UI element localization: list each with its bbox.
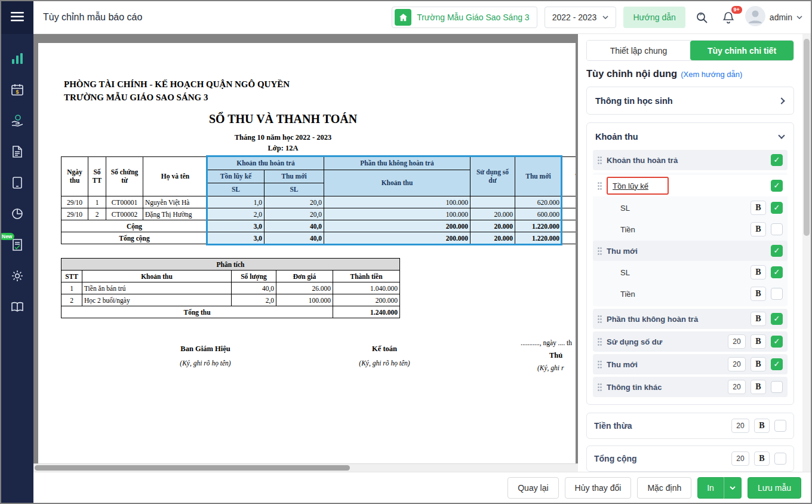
- checkbox[interactable]: [771, 381, 783, 393]
- save-template-button[interactable]: Lưu mẫu: [748, 477, 801, 499]
- bold-toggle-button[interactable]: B: [751, 222, 766, 236]
- sidebar-item-fee-calendar[interactable]: $: [9, 83, 26, 99]
- sidebar-item-settings[interactable]: [9, 269, 26, 285]
- report-org-header: PHÒNG TÀI CHÍNH - KẾ HOẠCH QUẬN NGÔ QUYỀ…: [64, 78, 290, 104]
- checkbox[interactable]: [774, 453, 786, 465]
- col-header-truncated: Th: [562, 157, 576, 196]
- signature-cashier-title: Thủ: [549, 351, 562, 360]
- checkbox[interactable]: [774, 420, 786, 432]
- panel-heading: Tùy chỉnh nội dung (Xem hướng dẫn): [586, 68, 794, 79]
- checkbox[interactable]: [771, 202, 783, 214]
- sidebar-item-devices[interactable]: [9, 176, 26, 192]
- student-info-header[interactable]: Thông tin học sinh: [587, 87, 793, 114]
- guide-button[interactable]: Hướng dẫn: [623, 7, 685, 28]
- drag-handle[interactable]: [598, 247, 602, 255]
- bold-toggle-button[interactable]: B: [754, 451, 770, 466]
- checkbox[interactable]: [771, 313, 783, 325]
- help-link[interactable]: (Xem hướng dẫn): [681, 70, 742, 79]
- search-button[interactable]: [693, 8, 712, 27]
- col-header: Khoản thu: [324, 170, 470, 196]
- table-row: 29/10 2 CT00002 Đặng Thị Hường 2,0 20,0 …: [61, 208, 576, 220]
- checkbox[interactable]: [771, 223, 783, 235]
- tab-detail-customize[interactable]: Tùy chỉnh chi tiết: [690, 41, 793, 60]
- app-window: $ New: [0, 0, 812, 504]
- sidebar-item-dashboard[interactable]: [9, 52, 26, 67]
- sidebar-item-documents[interactable]: [9, 145, 26, 161]
- notifications-button[interactable]: 9+: [719, 8, 738, 27]
- item-tien-thua: Tiền thừa 20 B: [586, 413, 794, 439]
- sidebar-item-library[interactable]: [9, 300, 26, 316]
- content-region: PHÒNG TÀI CHÍNH - KẾ HOẠCH QUẬN NGÔ QUYỀ…: [33, 34, 811, 472]
- drag-handle[interactable]: [598, 383, 602, 391]
- drag-handle[interactable]: [598, 315, 602, 323]
- sidebar-item-collection[interactable]: [9, 114, 26, 130]
- customize-panel: Thiết lập chung Tùy chỉnh chi tiết Tùy c…: [578, 34, 802, 472]
- bold-toggle-button[interactable]: B: [751, 312, 766, 326]
- bold-toggle-button[interactable]: B: [754, 419, 770, 433]
- font-size-field[interactable]: 20: [728, 357, 746, 371]
- bold-toggle-button[interactable]: B: [751, 334, 766, 349]
- drag-handle[interactable]: [598, 156, 602, 164]
- signature-principal: Ban Giám Hiệu (Ký, ghi rõ họ tên): [146, 345, 265, 367]
- checkbox[interactable]: [771, 180, 783, 192]
- col-header: Thành tiền: [333, 271, 400, 282]
- font-size-field[interactable]: 20: [728, 334, 746, 349]
- item-thong-tin-khac: Thông tin khác 20 B: [593, 377, 788, 397]
- print-button[interactable]: In: [697, 477, 724, 499]
- signature-cashier-note: (Ký, ghi r: [537, 364, 564, 371]
- vertical-scrollbar[interactable]: [802, 34, 811, 472]
- sidebar-item-new-feature[interactable]: New: [9, 238, 26, 254]
- sidebar-item-reports[interactable]: [9, 207, 26, 223]
- school-year-dropdown[interactable]: 2022 - 2023: [545, 7, 617, 28]
- col-header: Đơn giá: [276, 271, 333, 282]
- back-button[interactable]: Quay lại: [508, 477, 558, 499]
- search-icon: [695, 10, 709, 24]
- bold-toggle-button[interactable]: B: [751, 380, 766, 394]
- item-ton-luy-ke-editing: [593, 175, 788, 196]
- item-su-dung-so-du: Sử dụng số dư 20 B: [593, 331, 788, 352]
- fee-section-body: Khoản thu hoàn trả SL: [587, 150, 793, 404]
- drag-handle[interactable]: [598, 361, 602, 368]
- font-size-field[interactable]: 20: [731, 451, 749, 466]
- table-row: 29/10 1 CT00001 Nguyễn Việt Hà 1,0 20,0 …: [61, 196, 576, 208]
- horizontal-scrollbar-thumb[interactable]: [35, 465, 350, 471]
- checkbox[interactable]: [771, 336, 783, 348]
- org-line2: TRƯỜNG MẪU GIÁO SAO SÁNG 3: [64, 91, 290, 104]
- default-button[interactable]: Mặc định: [637, 477, 691, 499]
- checkbox[interactable]: [771, 266, 783, 278]
- menu-toggle-button[interactable]: [1, 1, 33, 34]
- svg-text:$: $: [16, 89, 19, 95]
- page-title: Tùy chỉnh mẫu báo cáo: [43, 12, 142, 23]
- bold-toggle-button[interactable]: B: [751, 265, 766, 279]
- bold-toggle-button[interactable]: B: [751, 357, 766, 371]
- checkbox[interactable]: [771, 154, 783, 166]
- gear-icon: [11, 269, 24, 285]
- bold-toggle-button[interactable]: B: [751, 201, 766, 215]
- horizontal-scrollbar[interactable]: [33, 463, 578, 472]
- print-options-button[interactable]: [724, 477, 742, 499]
- report-page: PHÒNG TÀI CHÍNH - KẾ HOẠCH QUẬN NGÔ QUYỀ…: [38, 43, 576, 463]
- checkbox[interactable]: [771, 288, 783, 300]
- drag-handle[interactable]: [598, 338, 602, 346]
- analysis-table: Phân tích STT Khoản thu Số lượng Đơn giá…: [61, 258, 400, 318]
- rename-input[interactable]: [607, 177, 669, 195]
- col-header: Số TT: [88, 157, 106, 196]
- fee-section-header[interactable]: Khoản thu: [587, 123, 793, 150]
- discard-changes-button[interactable]: Hủy thay đổi: [565, 477, 632, 499]
- item-thu-moi: Thu mới 20 B: [593, 354, 788, 374]
- checkbox[interactable]: [771, 358, 783, 370]
- checkbox[interactable]: [771, 245, 783, 257]
- col-header: Sử dụng số dư: [470, 157, 515, 196]
- col-header: STT: [61, 271, 82, 282]
- tab-general-settings[interactable]: Thiết lập chung: [587, 41, 690, 60]
- vertical-scrollbar-thumb[interactable]: [804, 39, 810, 236]
- drag-handle[interactable]: [598, 182, 602, 190]
- pie-chart-icon: [11, 207, 24, 223]
- school-selector[interactable]: Trường Mẫu Giáo Sao Sáng 3: [392, 7, 537, 28]
- col-header: Ngày thu: [61, 157, 88, 196]
- user-menu[interactable]: admin: [745, 6, 802, 29]
- report-class: Lớp: 12A: [74, 144, 492, 153]
- font-size-field[interactable]: 20: [731, 419, 749, 433]
- font-size-field[interactable]: 20: [728, 380, 746, 394]
- bold-toggle-button[interactable]: B: [751, 287, 766, 301]
